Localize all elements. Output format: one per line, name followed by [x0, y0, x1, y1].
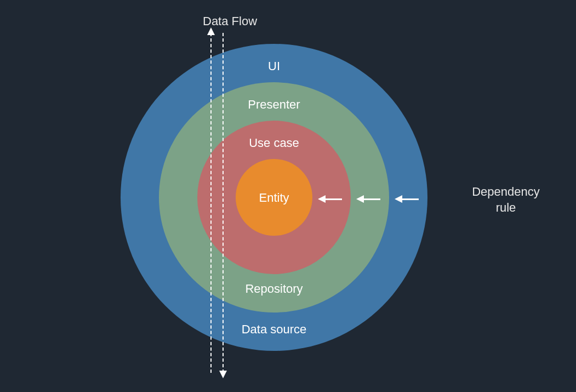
clean-architecture-diagram: UI Presenter Use case Entity Repository … — [0, 0, 576, 392]
arrow-left-icon — [318, 195, 326, 203]
dependency-arrow-1 — [318, 195, 342, 203]
arrow-left-icon — [356, 195, 364, 203]
label-repository: Repository — [219, 282, 329, 296]
arrow-up-icon — [207, 27, 215, 35]
dependency-arrow-3 — [395, 195, 419, 203]
data-flow-line-up — [210, 33, 212, 373]
arrow-down-icon — [219, 371, 227, 378]
arrow-left-icon — [395, 195, 402, 203]
label-entity: Entity — [219, 191, 329, 205]
label-usecase: Use case — [219, 136, 329, 150]
label-presenter: Presenter — [219, 98, 329, 112]
label-dependency-rule: Dependencyrule — [457, 184, 555, 215]
dependency-arrow-2 — [356, 195, 380, 203]
label-datasource: Data source — [219, 322, 329, 337]
label-data-flow: Data Flow — [203, 14, 257, 29]
label-ui: UI — [219, 59, 329, 73]
data-flow-line-down — [223, 33, 224, 373]
